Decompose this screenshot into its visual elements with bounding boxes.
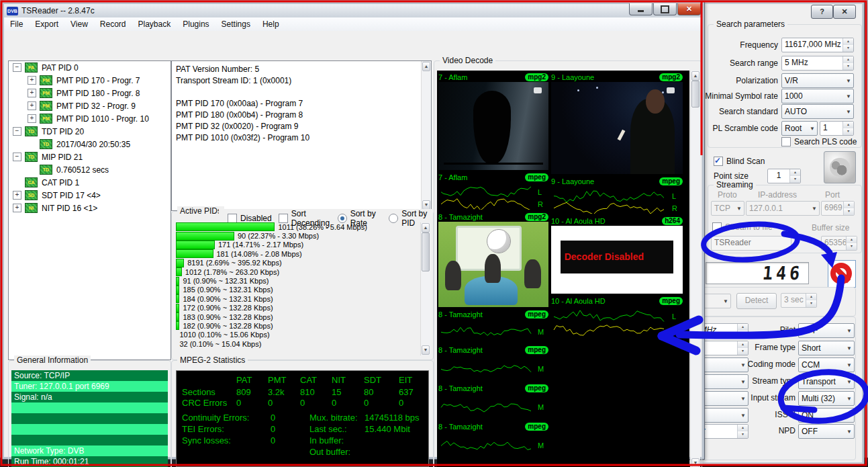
menu-export[interactable]: Export xyxy=(29,18,64,30)
proto-dropdown[interactable]: TCP▼ xyxy=(711,201,744,216)
tree-item-tdt-pid-20[interactable]: − TD TDT PID 20 xyxy=(9,125,171,138)
spinner-arrows-icon[interactable]: ▴▾ xyxy=(789,169,800,183)
scroll-up-icon[interactable]: ▲ xyxy=(422,223,430,232)
scroll-up-icon[interactable]: ▲ xyxy=(691,71,700,81)
video-tile-7-aflam[interactable]: 7 - Aflammpg2 xyxy=(438,72,548,170)
tree-item-cat-pid-1[interactable]: CA CAT PID 1 xyxy=(9,176,171,189)
menu-view[interactable]: View xyxy=(64,18,94,30)
spinner-arrows-icon[interactable]: ▴▾ xyxy=(842,38,853,52)
detect-button[interactable]: Detect xyxy=(736,293,777,309)
video-scrollbar[interactable]: ▲ ▼ xyxy=(690,71,700,467)
pid-row[interactable]: 1012 (1.78% ~ 263.20 Kbps) xyxy=(176,267,420,276)
pid-row[interactable]: 183 (0.90% ~ 132.28 Kbps) xyxy=(176,312,420,321)
blind-scan-checkbox[interactable] xyxy=(714,157,723,166)
dialog-close-button[interactable]: ✕ xyxy=(833,5,856,19)
audio-tile-7-aflam[interactable]: 7 - AflammpegLR xyxy=(438,172,548,210)
video-tile-10-al-aoula-hd[interactable]: 10 - Al Aoula HDh264Decoder Disabled xyxy=(551,216,683,294)
tree-item-pmt-pid-1010-progr-10[interactable]: + PM PMT PID 1010 - Progr. 10 xyxy=(9,112,171,125)
collapse-icon[interactable]: − xyxy=(13,153,21,161)
pid-row[interactable]: 185 (0.90% ~ 132.31 Kbps) xyxy=(176,286,420,294)
expand-icon[interactable]: + xyxy=(13,191,21,200)
pid-row[interactable]: 8191 (2.69% ~ 395.92 Kbps) xyxy=(176,259,420,267)
sort-by-pid-radio[interactable] xyxy=(389,214,398,223)
audio-tile-8-tamazight[interactable]: 8 - TamazightmpegM xyxy=(438,421,548,458)
maximize-button[interactable] xyxy=(653,3,677,15)
stream-filename-field[interactable]: TSReader xyxy=(711,236,791,251)
video-tile-9-laayoune[interactable]: 9 - Laayounempg2 xyxy=(551,72,683,174)
pid-row[interactable]: 1010 (0.10% ~ 15.06 Kbps) xyxy=(176,331,420,339)
audio-tile-10-al-aoula-hd[interactable]: 10 - Al Aoula HDmpegLR xyxy=(551,296,683,336)
pl-scramble-value-spinner[interactable]: 1▴▾ xyxy=(820,121,854,136)
tree-item-nit-pid-16-1[interactable]: + NI NIT PID 16 <1> xyxy=(9,202,171,214)
tree-item-pat-pid-0[interactable]: − PA PAT PID 0 xyxy=(9,61,171,74)
pid-row[interactable]: 182 (0.90% ~ 132.28 Kbps) xyxy=(176,321,420,330)
expand-icon[interactable]: + xyxy=(28,89,36,97)
stream-to-file-checkbox[interactable] xyxy=(712,222,722,232)
help-button[interactable]: ? xyxy=(811,5,833,19)
video-tile-8-tamazight[interactable]: 8 - Tamazightmpg2 xyxy=(438,212,548,307)
tree-item-0-760512-secs[interactable]: TD 0.760512 secs xyxy=(9,163,171,176)
menu-help[interactable]: Help xyxy=(256,18,285,30)
port-spinner[interactable]: 6969▴▾ xyxy=(821,201,855,216)
buffer-size-spinner[interactable]: 65356▴▾ xyxy=(821,236,857,251)
tree-item-2017-04-30-20-50-35[interactable]: TD 2017/04/30 20:50:35 xyxy=(9,138,171,151)
pid-list-scrollbar[interactable]: ▲ ▼ xyxy=(420,222,430,355)
scroll-down-icon[interactable]: ▼ xyxy=(422,345,430,355)
scroll-down-icon[interactable]: ▼ xyxy=(422,200,430,210)
spinner-arrows-icon[interactable]: ▴▾ xyxy=(843,202,854,215)
expand-icon[interactable]: + xyxy=(13,204,21,212)
point-size-spinner[interactable]: 1▴▾ xyxy=(767,169,801,183)
search-standard-dropdown[interactable]: AUTO▼ xyxy=(781,104,854,119)
menu-file[interactable]: File xyxy=(4,18,29,30)
spinner-arrows-icon[interactable]: ▴▾ xyxy=(846,237,857,250)
scroll-down-icon[interactable]: ▼ xyxy=(691,458,700,467)
stream-type-dropdown[interactable]: Transport▼ xyxy=(798,374,855,389)
sort-descending-checkbox[interactable] xyxy=(279,214,288,223)
ip-address-dropdown[interactable]: 127.0.0.1▼ xyxy=(746,201,820,216)
frequency-spinner[interactable]: 11617,000 MHz▴▾ xyxy=(781,38,854,52)
pid-row[interactable]: 32 (0.10% ~ 15.04 Kbps) xyxy=(176,339,420,348)
disabled-checkbox[interactable] xyxy=(228,214,237,223)
pid-row[interactable]: 172 (0.90% ~ 132.28 Kbps) xyxy=(176,304,420,312)
tree-item-mip-pid-21[interactable]: − TD MIP PID 21 xyxy=(9,151,171,163)
spinner-arrows-icon[interactable]: ▴▾ xyxy=(842,56,853,70)
collapse-icon[interactable]: − xyxy=(13,127,21,136)
sort-by-rate-radio[interactable] xyxy=(338,214,347,223)
interval-spinner[interactable]: 3 sec▴▾ xyxy=(781,293,817,308)
scrollbar-thumb[interactable] xyxy=(422,232,430,271)
symbol-rate-dropdown[interactable]: 1000▼ xyxy=(781,89,854,103)
polarization-dropdown[interactable]: V/R▼ xyxy=(781,73,854,88)
search-range-spinner[interactable]: 5 MHz▴▾ xyxy=(781,56,854,71)
npd-dropdown[interactable]: OFF▼ xyxy=(798,424,855,439)
menu-plugins[interactable]: Plugins xyxy=(177,18,215,30)
spinner-arrows-icon[interactable]: ▴▾ xyxy=(806,294,816,307)
pid-row[interactable]: 184 (0.90% ~ 132.31 Kbps) xyxy=(176,294,420,303)
menu-record[interactable]: Record xyxy=(94,18,132,30)
title-bar[interactable]: DVB TSReader -- 2.8.47c ✕ xyxy=(4,4,702,17)
expand-icon[interactable]: + xyxy=(28,101,36,110)
frame-type-dropdown[interactable]: Short▼ xyxy=(798,341,855,355)
pat-scrollbar[interactable]: ▲ ▼ xyxy=(421,61,431,210)
tree-item-pmt-pid-32-progr-9[interactable]: + PM PMT PID 32 - Progr. 9 xyxy=(9,99,171,112)
menu-playback[interactable]: Playback xyxy=(132,18,177,30)
expand-icon[interactable]: + xyxy=(28,114,36,123)
audio-tile-8-tamazight[interactable]: 8 - TamazightmpegM xyxy=(438,309,548,343)
close-button[interactable]: ✕ xyxy=(677,3,701,15)
scrollbar-thumb[interactable] xyxy=(691,81,700,108)
expand-icon[interactable]: + xyxy=(28,76,36,85)
search-pls-checkbox[interactable] xyxy=(781,137,791,146)
input-stream-dropdown[interactable]: Multi (32)▼ xyxy=(798,391,855,406)
tree-item-sdt-pid-17-4[interactable]: + SD SDT PID 17 <4> xyxy=(9,189,171,202)
pl-scramble-mode-dropdown[interactable]: Root▼ xyxy=(781,121,818,136)
pid-row[interactable]: 1011 (38.26% - 5.64 Mbps) xyxy=(176,222,420,231)
pid-row[interactable]: 90 (22.37% - 3.30 Mbps) xyxy=(176,231,420,240)
collapse-icon[interactable]: − xyxy=(13,63,21,72)
pid-row[interactable]: 181 (14.08% - 2.08 Mbps) xyxy=(176,249,420,258)
scroll-up-icon[interactable]: ▲ xyxy=(422,62,430,71)
pilot-dropdown[interactable]: OFF▼ xyxy=(798,323,855,338)
audio-tile-9-laayoune[interactable]: 9 - LaayounempegLR xyxy=(551,176,683,214)
pid-row[interactable]: 91 (0.90% ~ 132.31 Kbps) xyxy=(176,276,420,285)
audio-tile-8-tamazight[interactable]: 8 - TamazightmpegM xyxy=(438,383,548,419)
tree-item-pmt-pid-170-progr-7[interactable]: + PM PMT PID 170 - Progr. 7 xyxy=(9,74,171,87)
spinner-arrows-icon[interactable]: ▴▾ xyxy=(842,122,853,135)
